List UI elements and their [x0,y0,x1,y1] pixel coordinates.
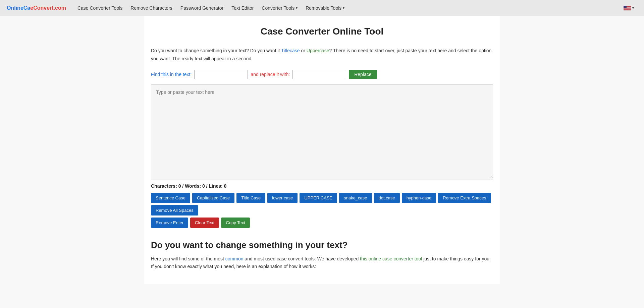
svg-rect-13 [624,6,627,8]
section-title: Do you want to change something in your … [151,240,493,250]
textarea-wrapper [151,84,493,180]
nav-converter-tools-dropdown[interactable]: Converter Tools ▾ [258,3,301,13]
svg-rect-9 [624,9,631,9]
copy-text-button[interactable]: Copy Text [221,218,250,228]
brand-online: OnlineCa [7,5,30,11]
nav-password-generator[interactable]: Password Generator [177,3,227,13]
section-body: Here you will find some of the most comm… [151,255,493,271]
title-case-button[interactable]: Title Case [236,193,265,203]
nav-remove-characters[interactable]: Remove Characters [127,3,176,13]
find-label: Find this in the text: [151,72,192,77]
remove-enter-button[interactable]: Remove Enter [151,218,188,228]
section-body-part2: and most used case convert tools. We hav… [243,256,360,261]
buttons-row-2: Remove Enter Clear Text Copy Text [151,218,493,228]
remove-extra-spaces-button[interactable]: Remove Extra Spaces [438,193,491,203]
upper-case-button[interactable]: UPPER CASE [300,193,337,203]
nav-converter-tools-label: Converter Tools [262,5,294,11]
description: Do you want to change something in your … [151,47,493,63]
desc-part1: Do you want to change something in your … [151,48,281,53]
lower-case-button[interactable]: lower case [267,193,298,203]
find-input[interactable] [194,70,248,79]
nav-links: Case Converter Tools Remove Characters P… [74,3,620,13]
snake-case-button[interactable]: snake_case [339,193,372,203]
clear-text-button[interactable]: Clear Text [190,218,219,228]
buttons-row-1: Sentence Case Capitalized Case Title Cas… [151,193,493,215]
section-body-this: this online case converter tool [360,256,422,261]
capitalized-case-button[interactable]: Capitalized Case [192,193,234,203]
replace-label: and replace it with: [251,72,290,77]
svg-rect-11 [624,9,631,10]
nav-text-editor[interactable]: Text Editor [228,3,257,13]
nav-case-converter[interactable]: Case Converter Tools [74,3,126,13]
flag-chevron-icon: ▾ [632,6,634,10]
stats-bar: Characters: 0 / Words: 0 / Lines: 0 [151,183,493,189]
nav-right: ▾ [620,4,637,12]
chevron-down-icon-2: ▾ [343,6,344,10]
replace-input[interactable] [292,70,346,79]
dot-case-button[interactable]: dot.case [374,193,400,203]
section-body-common: common [225,256,244,261]
svg-rect-7 [624,8,631,8]
find-replace-row: Find this in the text: and replace it wi… [151,70,493,79]
svg-rect-10 [624,9,631,9]
page-title: Case Converter Online Tool [151,26,493,37]
main-textarea[interactable] [151,85,493,179]
brand-convert: eConvert.com [30,5,66,11]
nav-removable-tools-label: Removable Tools [306,5,341,11]
section-body-part1: Here you will find some of the most [151,256,225,261]
nav-removable-tools-dropdown[interactable]: Removable Tools ▾ [302,3,348,13]
chevron-down-icon: ▾ [296,6,298,10]
svg-rect-8 [624,8,631,9]
us-flag-icon [624,6,631,10]
sentence-case-button[interactable]: Sentence Case [151,193,190,203]
language-selector[interactable]: ▾ [620,4,637,12]
desc-uppercase: Uppercase [307,48,329,53]
desc-part2: or [300,48,307,53]
svg-rect-12 [624,10,631,10]
main-content: Case Converter Online Tool Do you want t… [144,16,500,284]
replace-button[interactable]: Replace [349,70,377,79]
remove-all-spaces-button[interactable]: Remove All Spaces [151,205,198,215]
navbar: OnlineCaeConvert.com Case Converter Tool… [0,0,644,16]
desc-titlecase: Titlecase [281,48,300,53]
hyphen-case-button[interactable]: hyphen-case [402,193,436,203]
brand-logo[interactable]: OnlineCaeConvert.com [7,5,66,11]
